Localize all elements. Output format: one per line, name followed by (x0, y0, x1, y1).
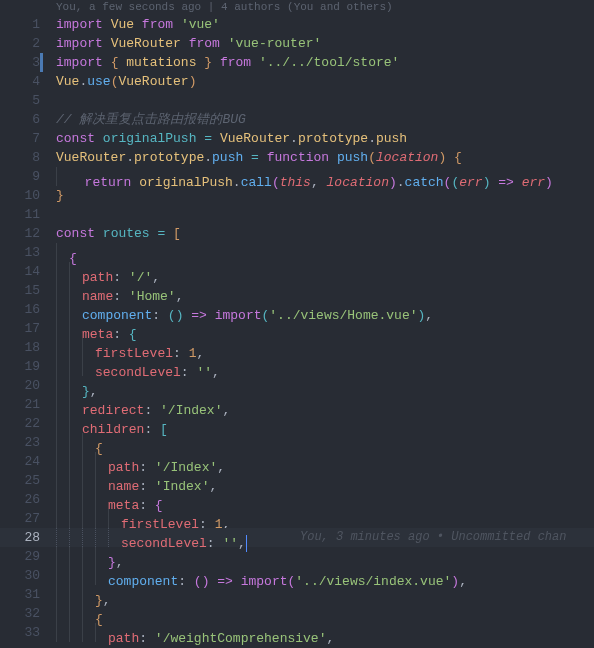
line-number: 2 (0, 34, 56, 53)
indent-guide (82, 433, 95, 452)
code-line-6[interactable]: 6// 解决重复点击路由报错的BUG (0, 110, 594, 129)
code-line-25[interactable]: 25name: 'Index', (0, 471, 594, 490)
code-content[interactable]: Vue.use(VueRouter) (56, 72, 594, 91)
indent-guide (56, 243, 69, 262)
code-line-22[interactable]: 22children: [ (0, 414, 594, 433)
line-number: 17 (0, 319, 56, 338)
code-line-23[interactable]: 23{ (0, 433, 594, 452)
code-content[interactable]: const routes = [ (56, 224, 594, 243)
code-line-14[interactable]: 14path: '/', (0, 262, 594, 281)
indent-guide (69, 338, 82, 357)
code-content[interactable]: firstLevel: 1, (56, 338, 594, 357)
code-line-26[interactable]: 26meta: { (0, 490, 594, 509)
indent-guide (95, 471, 108, 490)
codelens-annotation[interactable]: You, a few seconds ago | 4 authors (You … (0, 0, 594, 15)
code-line-4[interactable]: 4Vue.use(VueRouter) (0, 72, 594, 91)
token-plain (181, 36, 189, 51)
code-line-18[interactable]: 18firstLevel: 1, (0, 338, 594, 357)
code-line-24[interactable]: 24path: '/Index', (0, 452, 594, 471)
code-content[interactable]: VueRouter.prototype.push = function push… (56, 148, 594, 167)
token-var: Vue (111, 17, 134, 32)
code-line-9[interactable]: 9 return originalPush.call(this, locatio… (0, 167, 594, 186)
code-content[interactable]: secondLevel: '', (56, 357, 594, 376)
code-line-32[interactable]: 32{ (0, 604, 594, 623)
code-line-19[interactable]: 19secondLevel: '', (0, 357, 594, 376)
code-line-5[interactable]: 5 (0, 91, 594, 110)
code-content[interactable] (56, 91, 594, 110)
code-content[interactable]: const originalPush = VueRouter.prototype… (56, 129, 594, 148)
code-line-28[interactable]: 28You, 3 minutes ago • Uncommitted chans… (0, 528, 594, 547)
code-line-33[interactable]: 33path: '/weightComprehensive', (0, 623, 594, 642)
indent-guide (69, 566, 82, 585)
code-content[interactable] (56, 205, 594, 224)
code-content[interactable]: return originalPush.call(this, location)… (56, 167, 594, 186)
token-func: push (212, 150, 243, 165)
token-kw: import (56, 36, 103, 51)
code-line-8[interactable]: 8VueRouter.prototype.push = function pus… (0, 148, 594, 167)
code-content[interactable]: component: () => import('../views/index.… (56, 566, 594, 585)
indent-guide (82, 509, 95, 528)
token-plain (103, 55, 111, 70)
code-content[interactable]: name: 'Home', (56, 281, 594, 300)
line-number: 31 (0, 585, 56, 604)
code-line-17[interactable]: 17meta: { (0, 319, 594, 338)
code-content[interactable]: import Vue from 'vue' (56, 15, 594, 34)
code-content[interactable]: firstLevel: 1, (56, 509, 594, 528)
indent-guide (69, 585, 82, 604)
indent-guide (56, 300, 69, 319)
code-content[interactable]: children: [ (56, 414, 594, 433)
token-str: 'vue' (181, 17, 220, 32)
code-content[interactable]: }, (56, 585, 594, 604)
indent-guide (82, 623, 95, 642)
code-content[interactable]: redirect: '/Index', (56, 395, 594, 414)
code-content[interactable]: }, (56, 376, 594, 395)
code-line-15[interactable]: 15name: 'Home', (0, 281, 594, 300)
code-line-2[interactable]: 2import VueRouter from 'vue-router' (0, 34, 594, 53)
indent-guide (56, 528, 69, 547)
code-content[interactable]: path: '/weightComprehensive', (56, 623, 594, 642)
code-content[interactable]: { (56, 433, 594, 452)
code-line-3[interactable]: 3import { mutations } from '../../tool/s… (0, 53, 594, 72)
code-line-13[interactable]: 13{ (0, 243, 594, 262)
code-line-16[interactable]: 16component: () => import('../views/Home… (0, 300, 594, 319)
code-content[interactable]: meta: { (56, 319, 594, 338)
code-content[interactable]: { (56, 243, 594, 262)
code-content[interactable]: path: '/', (56, 262, 594, 281)
code-line-29[interactable]: 29}, (0, 547, 594, 566)
indent-guide (56, 338, 69, 357)
code-line-10[interactable]: 10} (0, 186, 594, 205)
token-key: path (108, 631, 139, 646)
code-line-27[interactable]: 27firstLevel: 1, (0, 509, 594, 528)
token-punc: . (126, 150, 134, 165)
code-content[interactable]: }, (56, 547, 594, 566)
token-func: push (337, 150, 368, 165)
code-line-20[interactable]: 20}, (0, 376, 594, 395)
code-editor[interactable]: You, a few seconds ago | 4 authors (You … (0, 0, 594, 648)
indent-guide (82, 528, 95, 547)
code-content[interactable]: { (56, 604, 594, 623)
code-line-21[interactable]: 21redirect: '/Index', (0, 395, 594, 414)
line-number: 9 (0, 167, 56, 186)
code-content[interactable]: // 解决重复点击路由报错的BUG (56, 110, 594, 129)
code-line-30[interactable]: 30component: () => import('../views/inde… (0, 566, 594, 585)
indent-guide (82, 566, 95, 585)
indent-guide (56, 262, 69, 281)
code-line-31[interactable]: 31}, (0, 585, 594, 604)
token-var: VueRouter (111, 36, 181, 51)
code-content[interactable]: meta: { (56, 490, 594, 509)
code-line-12[interactable]: 12const routes = [ (0, 224, 594, 243)
code-content[interactable]: import { mutations } from '../../tool/st… (56, 53, 594, 72)
code-content[interactable]: name: 'Index', (56, 471, 594, 490)
code-content[interactable]: import VueRouter from 'vue-router' (56, 34, 594, 53)
token-plain (165, 226, 173, 241)
indent-guide (69, 509, 82, 528)
code-line-11[interactable]: 11 (0, 205, 594, 224)
indent-guide (69, 547, 82, 566)
code-line-1[interactable]: 1import Vue from 'vue' (0, 15, 594, 34)
code-content[interactable]: path: '/Index', (56, 452, 594, 471)
token-punc: . (290, 131, 298, 146)
code-content[interactable]: component: () => import('../views/Home.v… (56, 300, 594, 319)
code-line-7[interactable]: 7const originalPush = VueRouter.prototyp… (0, 129, 594, 148)
line-number: 5 (0, 91, 56, 110)
code-content[interactable]: } (56, 186, 594, 205)
